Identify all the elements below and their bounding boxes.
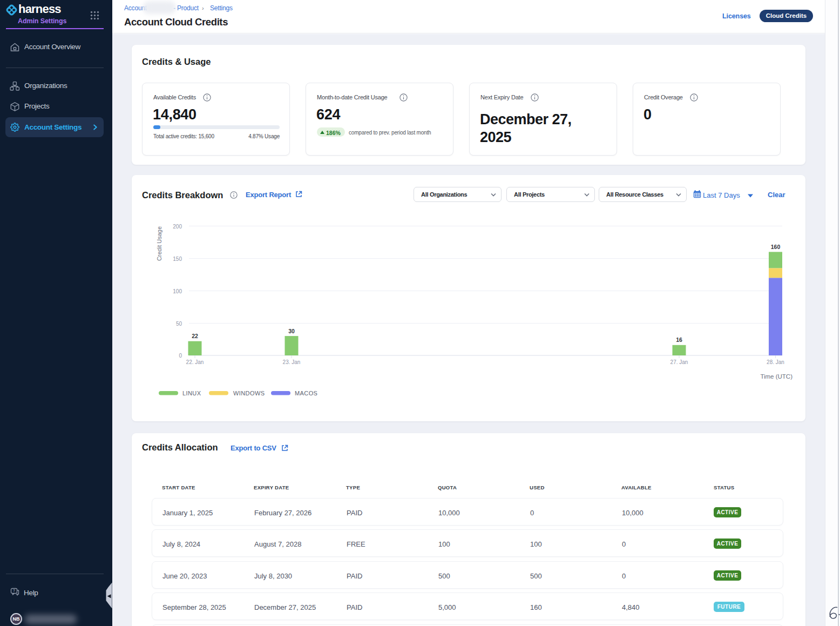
svg-text:28. Jan: 28. Jan — [767, 359, 784, 365]
svg-text:0: 0 — [179, 353, 182, 359]
svg-text:LINUX: LINUX — [182, 390, 201, 396]
svg-text:100: 100 — [173, 288, 182, 294]
svg-text:150: 150 — [173, 256, 182, 262]
svg-text:200: 200 — [173, 224, 182, 230]
svg-text:30: 30 — [288, 328, 295, 334]
svg-text:27. Jan: 27. Jan — [670, 359, 688, 365]
svg-text:?: ? — [13, 589, 15, 593]
svg-text:22: 22 — [192, 333, 198, 339]
svg-text:22. Jan: 22. Jan — [186, 359, 204, 365]
svg-text:Time (UTC): Time (UTC) — [760, 373, 792, 380]
svg-text:16: 16 — [676, 336, 682, 343]
svg-text:50: 50 — [176, 321, 182, 327]
svg-text:160: 160 — [771, 244, 781, 250]
svg-text:MACOS: MACOS — [295, 390, 317, 396]
svg-text:Credit Usage: Credit Usage — [156, 226, 162, 261]
svg-text:23. Jan: 23. Jan — [283, 359, 301, 365]
svg-text:WINDOWS: WINDOWS — [233, 390, 265, 396]
